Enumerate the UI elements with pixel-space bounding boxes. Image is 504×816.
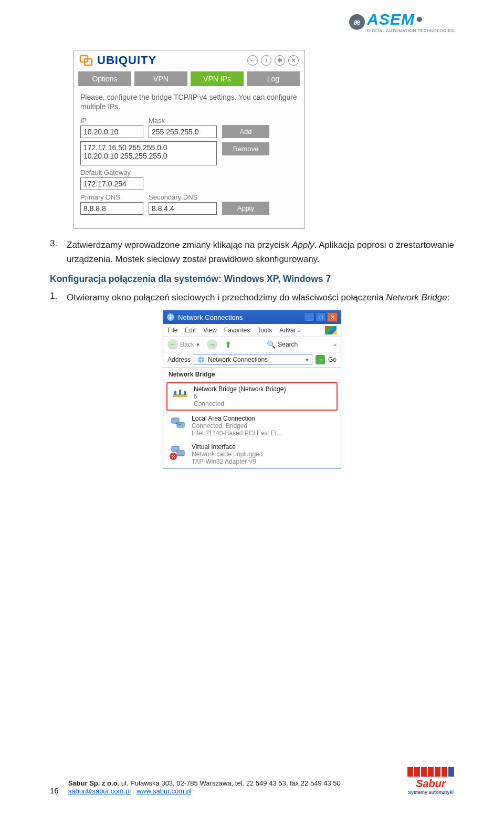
menu-edit[interactable]: Edit bbox=[185, 327, 196, 334]
nav-back-icon[interactable]: ← bbox=[167, 339, 178, 350]
tab-log[interactable]: Log bbox=[247, 71, 300, 86]
go-icon[interactable]: → bbox=[316, 355, 325, 364]
search-label: Search bbox=[278, 341, 298, 348]
asem-brand-text: ASEM bbox=[367, 11, 415, 28]
tab-options[interactable]: Options bbox=[78, 71, 131, 86]
nc-item-sub: Intel 21140-Based PCI Fast Et... bbox=[192, 430, 282, 437]
label-sdns: Secondary DNS bbox=[149, 193, 217, 201]
remove-button[interactable]: Remove bbox=[222, 142, 269, 155]
list-item[interactable]: 172.17.16.50 255.255.0.0 bbox=[83, 143, 214, 152]
footer-url-link[interactable]: www.sabur.com.pl bbox=[136, 787, 192, 795]
nc-item-lan[interactable]: Local Area Connection Connected, Bridged… bbox=[163, 412, 341, 440]
list-text-3: Zatwierdzamy wprowadzone zmiany klikając… bbox=[67, 238, 454, 266]
address-label: Address bbox=[167, 356, 191, 363]
menu-advar[interactable]: Advar » bbox=[279, 327, 301, 334]
settings-icon[interactable]: ✱ bbox=[275, 55, 285, 66]
ubiquity-title: UBIQUITY bbox=[97, 54, 156, 67]
maximize-icon[interactable]: □ bbox=[316, 312, 326, 322]
ip-input[interactable] bbox=[80, 125, 143, 138]
network-connections-icon bbox=[197, 356, 205, 363]
add-button[interactable]: Add bbox=[222, 125, 269, 138]
footer-email-link[interactable]: sabur@sabur.com.pl bbox=[68, 787, 131, 795]
asem-mark-icon: æ bbox=[349, 14, 365, 30]
ubiquity-panel: UBIQUITY ← i ✱ ✕ Options VPN VPN IPs Log… bbox=[74, 50, 304, 229]
search-icon: 🔍 bbox=[267, 340, 276, 349]
ubiquity-logo-icon bbox=[79, 55, 93, 66]
nc-item-network-bridge[interactable]: Network Bridge (Network Bridge) 6 Connec… bbox=[166, 382, 338, 411]
address-combo[interactable]: Network Connections ▾ bbox=[194, 354, 312, 365]
chevron-down-icon[interactable]: ▾ bbox=[196, 341, 200, 348]
sabur-logo: Sabur Systemy automatyki bbox=[407, 767, 454, 795]
search-button[interactable]: 🔍 Search bbox=[267, 340, 298, 349]
minimize-icon[interactable]: _ bbox=[304, 312, 314, 322]
nc-window-title: Network Connections bbox=[178, 313, 243, 321]
list-number-3: 3. bbox=[50, 238, 67, 266]
svg-rect-12 bbox=[177, 451, 184, 456]
apply-button[interactable]: Apply bbox=[222, 202, 269, 215]
nc-item-sub: TAP-Win32 Adapter V9 bbox=[192, 458, 262, 465]
tab-vpn-ips[interactable]: VPN IPs bbox=[191, 71, 244, 86]
menu-file[interactable]: File bbox=[167, 327, 177, 334]
window-close-icon[interactable]: ✕ bbox=[327, 312, 338, 322]
svg-rect-5 bbox=[174, 391, 176, 395]
back-icon[interactable]: ← bbox=[247, 55, 258, 66]
list-item[interactable]: 10.20.0.10 255.255.255.0 bbox=[83, 152, 214, 160]
list-number-1: 1. bbox=[50, 291, 67, 305]
virtual-interface-icon: ✕ bbox=[170, 443, 186, 460]
nav-forward-icon[interactable]: → bbox=[207, 339, 217, 350]
nc-item-sub: Network cable unplugged bbox=[192, 451, 262, 458]
tab-vpn[interactable]: VPN bbox=[134, 71, 187, 86]
windows-flag-icon[interactable] bbox=[325, 326, 337, 334]
nc-item-title: Local Area Connection bbox=[192, 415, 282, 422]
nc-item-sub: Connected, Bridged bbox=[192, 422, 282, 430]
svg-rect-6 bbox=[179, 390, 181, 395]
nc-item-title: Virtual Interface bbox=[192, 443, 262, 451]
nc-item-virtual[interactable]: ✕ Virtual Interface Network cable unplug… bbox=[163, 440, 341, 468]
go-label[interactable]: Go bbox=[328, 356, 337, 363]
menu-favorites[interactable]: Favorites bbox=[224, 327, 250, 334]
sabur-logo-sub: Systemy automatyki bbox=[408, 790, 454, 795]
secondary-dns-input[interactable] bbox=[149, 202, 217, 215]
ubiquity-instruction: Please, configure the bridge TCP/IP v4 s… bbox=[80, 92, 298, 111]
chevron-right-icon[interactable]: » bbox=[298, 327, 301, 333]
menu-view[interactable]: View bbox=[203, 327, 217, 334]
sabur-logo-text: Sabur bbox=[416, 778, 446, 790]
nc-item-sub: 6 bbox=[194, 393, 286, 400]
footer-text: Sabur Sp. z o.o. ul. Puławska 303, 02-78… bbox=[68, 779, 341, 795]
asem-logo: æ ASEM DIGITAL AUTOMATION TECHNOLOGIES bbox=[349, 11, 454, 33]
gateway-input[interactable] bbox=[80, 177, 143, 190]
label-gateway: Default Gateway bbox=[80, 169, 143, 176]
mask-input[interactable] bbox=[149, 125, 217, 138]
label-ip: IP bbox=[80, 117, 143, 124]
network-connections-icon bbox=[166, 313, 175, 321]
chevron-right-icon[interactable]: » bbox=[333, 341, 337, 348]
network-bridge-icon bbox=[172, 385, 188, 402]
section-heading: Konfiguracja połączenia dla systemów: Wi… bbox=[50, 274, 454, 285]
primary-dns-input[interactable] bbox=[80, 202, 143, 215]
close-icon[interactable]: ✕ bbox=[288, 55, 299, 66]
nc-item-title: Network Bridge (Network Bridge) bbox=[194, 385, 286, 393]
nav-up-icon[interactable]: ⬆ bbox=[225, 340, 232, 350]
ip-list[interactable]: 172.17.16.50 255.255.0.0 10.20.0.10 255.… bbox=[80, 141, 217, 165]
lan-icon bbox=[170, 415, 186, 432]
svg-rect-7 bbox=[184, 391, 186, 395]
info-icon[interactable]: i bbox=[261, 55, 271, 66]
page-number: 16 bbox=[50, 786, 59, 795]
chevron-down-icon[interactable]: ▾ bbox=[306, 357, 309, 363]
network-connections-window: Network Connections _ □ ✕ File Edit View… bbox=[163, 310, 341, 469]
nav-back-label[interactable]: Back bbox=[180, 341, 194, 348]
asem-brand-sub: DIGITAL AUTOMATION TECHNOLOGIES bbox=[367, 28, 454, 33]
label-pdns: Primary DNS bbox=[80, 193, 143, 201]
asem-dot-icon bbox=[417, 17, 422, 22]
nc-section-header: Network Bridge bbox=[163, 368, 341, 381]
list-text-1: Otwieramy okno połączeń sieciowych i prz… bbox=[67, 291, 454, 305]
menu-tools[interactable]: Tools bbox=[257, 327, 272, 334]
nc-item-sub: Connected bbox=[194, 400, 286, 407]
label-mask: Mask bbox=[149, 117, 217, 124]
